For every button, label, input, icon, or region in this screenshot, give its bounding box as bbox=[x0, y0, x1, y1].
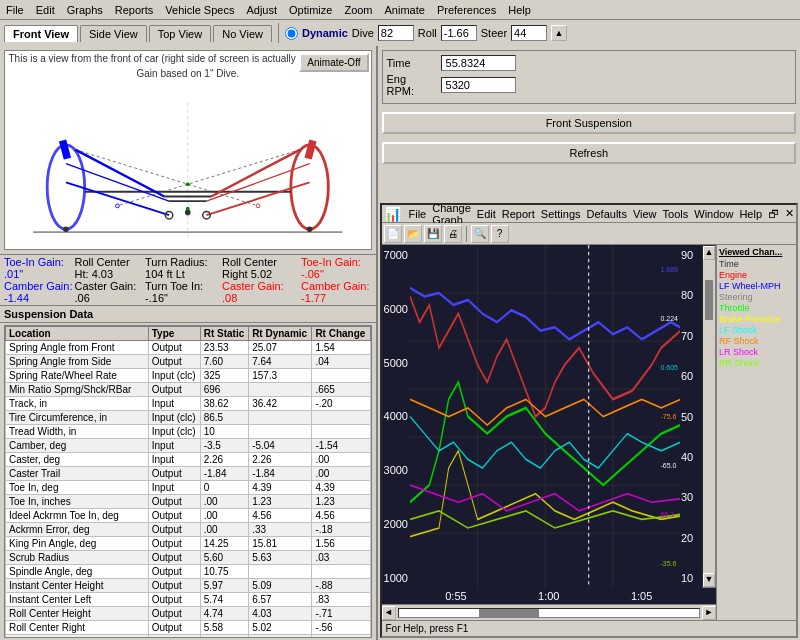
dynamic-radio[interactable] bbox=[285, 27, 298, 40]
h-scroll-track[interactable] bbox=[398, 608, 700, 618]
legend-item[interactable]: LF Shock bbox=[719, 325, 794, 335]
table-cell bbox=[312, 369, 370, 383]
scroll-right-btn[interactable]: ► bbox=[702, 606, 716, 620]
table-cell: Output bbox=[148, 467, 200, 481]
table-cell: .00 bbox=[200, 495, 248, 509]
col-rt-static: Rt Static bbox=[200, 327, 248, 341]
tab-front-view[interactable]: Front View bbox=[4, 25, 78, 42]
graph-menu-view[interactable]: View bbox=[633, 208, 657, 220]
legend-item[interactable]: Engine bbox=[719, 270, 794, 280]
legend-item[interactable]: LR Shock bbox=[719, 347, 794, 357]
menu-file[interactable]: File bbox=[0, 2, 30, 18]
menu-optimize[interactable]: Optimize bbox=[283, 2, 338, 18]
scroll-left-btn[interactable]: ◄ bbox=[382, 606, 396, 620]
legend-item[interactable]: Brake Pressure bbox=[719, 314, 794, 324]
table-cell: 5.58 bbox=[200, 621, 248, 635]
y-5000: 5000 bbox=[384, 357, 408, 369]
legend-item[interactable]: Steering bbox=[719, 292, 794, 302]
graph-restore-btn[interactable]: 🗗 bbox=[768, 208, 779, 220]
table-cell: 23.53 bbox=[200, 341, 248, 355]
tab-no-view[interactable]: No View bbox=[213, 25, 272, 42]
graph-menu-file[interactable]: File bbox=[409, 208, 427, 220]
graph-menu-report[interactable]: Report bbox=[502, 208, 535, 220]
car-diagram bbox=[5, 81, 371, 250]
menu-adjust[interactable]: Adjust bbox=[240, 2, 283, 18]
graph-menu-bar: 📊 File Change Graph Edit Report Settings… bbox=[382, 205, 796, 223]
toolbar-help[interactable]: ? bbox=[491, 225, 509, 243]
table-cell: Output bbox=[148, 635, 200, 639]
graph-menu-window[interactable]: Window bbox=[694, 208, 733, 220]
table-cell: -.20 bbox=[312, 397, 370, 411]
graph-close-btn[interactable]: ✕ bbox=[785, 207, 794, 220]
legend-item[interactable]: RF Shock bbox=[719, 336, 794, 346]
graph-menu-settings[interactable]: Settings bbox=[541, 208, 581, 220]
table-cell: Input bbox=[148, 481, 200, 495]
legend-item[interactable]: Throttle bbox=[719, 303, 794, 313]
table-row: Ideel Ackrmn Toe In, degOutput.004.564.5… bbox=[6, 509, 371, 523]
table-cell: Caster Trail bbox=[6, 467, 149, 481]
table-row: Toe In, degInput04.394.39 bbox=[6, 481, 371, 495]
graph-menu-defaults[interactable]: Defaults bbox=[587, 208, 627, 220]
table-cell: 2.26 bbox=[200, 453, 248, 467]
tab-top-view[interactable]: Top View bbox=[149, 25, 211, 42]
graph-menu-help[interactable]: Help bbox=[739, 208, 762, 220]
table-cell: .04 bbox=[312, 355, 370, 369]
table-row: Spring Angle from SideOutput7.607.64.04 bbox=[6, 355, 371, 369]
table-cell: .03 bbox=[312, 551, 370, 565]
table-cell: Instant Center Left bbox=[6, 593, 149, 607]
table-cell bbox=[312, 565, 370, 579]
menu-zoom[interactable]: Zoom bbox=[338, 2, 378, 18]
right-panel: Time 55.8324 Eng RPM: 5320 Front Suspens… bbox=[378, 46, 800, 640]
suspension-table[interactable]: Location Type Rt Static Rt Dynamic Rt Ch… bbox=[4, 325, 372, 638]
table-cell: Input bbox=[148, 439, 200, 453]
toolbar-print[interactable]: 🖨 bbox=[444, 225, 462, 243]
graph-panel: 📊 File Change Graph Edit Report Settings… bbox=[380, 203, 798, 638]
legend-item[interactable]: Time bbox=[719, 259, 794, 269]
graph-icon: 📊 bbox=[384, 206, 401, 222]
legend-item[interactable]: RR Shock bbox=[719, 358, 794, 368]
yr-80: 80 bbox=[681, 289, 701, 301]
graph-menu-tools[interactable]: Tools bbox=[663, 208, 689, 220]
toolbar-open[interactable]: 📂 bbox=[404, 225, 422, 243]
table-row: Tread Width, inInput (clc)10 bbox=[6, 425, 371, 439]
scroll-thumb[interactable] bbox=[705, 280, 713, 320]
legend-item[interactable]: LF Wheel-MPH bbox=[719, 281, 794, 291]
table-cell: -.71 bbox=[312, 607, 370, 621]
table-cell: 696 bbox=[200, 383, 248, 397]
menu-reports[interactable]: Reports bbox=[109, 2, 160, 18]
h-scroll-thumb[interactable] bbox=[479, 609, 539, 617]
toolbar-zoom-in[interactable]: 🔍 bbox=[471, 225, 489, 243]
scroll-up-btn[interactable]: ▲ bbox=[703, 246, 715, 260]
table-cell: 7.64 bbox=[249, 355, 312, 369]
graph-menu-change[interactable]: Change Graph bbox=[432, 202, 471, 226]
graph-scrollbar-v[interactable]: ▲ ▼ bbox=[702, 245, 716, 588]
table-cell: 4.56 bbox=[312, 509, 370, 523]
steer-label: Steer bbox=[481, 27, 507, 39]
menu-graphs[interactable]: Graphs bbox=[61, 2, 109, 18]
menu-animate[interactable]: Animate bbox=[379, 2, 431, 18]
menu-vehicle-specs[interactable]: Vehicle Specs bbox=[159, 2, 240, 18]
graph-legend: Viewed Chan... TimeEngineLF Wheel-MPHSte… bbox=[716, 245, 796, 620]
steer-spinner[interactable]: ▲ bbox=[551, 25, 567, 41]
graph-menu-edit[interactable]: Edit bbox=[477, 208, 496, 220]
toolbar-save[interactable]: 💾 bbox=[424, 225, 442, 243]
turn-toe-in: Turn Toe In: -.16" bbox=[145, 280, 222, 304]
left-panel: This is a view from the front of car (ri… bbox=[0, 46, 378, 640]
scroll-down-btn[interactable]: ▼ bbox=[703, 573, 715, 587]
animate-off-btn[interactable]: Animate-Off bbox=[299, 53, 368, 72]
refresh-button[interactable]: Refresh bbox=[382, 142, 796, 164]
yr-50: 50 bbox=[681, 411, 701, 423]
roll-input[interactable] bbox=[441, 25, 477, 41]
front-suspension-button[interactable]: Front Suspension bbox=[382, 112, 796, 134]
toolbar-new[interactable]: 📄 bbox=[384, 225, 402, 243]
menu-preferences[interactable]: Preferences bbox=[431, 2, 502, 18]
steer-input[interactable] bbox=[511, 25, 547, 41]
menu-edit[interactable]: Edit bbox=[30, 2, 61, 18]
table-cell: Toe In, deg bbox=[6, 481, 149, 495]
dive-input[interactable] bbox=[378, 25, 414, 41]
table-cell: .00 bbox=[312, 453, 370, 467]
svg-point-24 bbox=[63, 226, 69, 232]
x-105: 1:05 bbox=[595, 590, 688, 602]
menu-help[interactable]: Help bbox=[502, 2, 537, 18]
tab-side-view[interactable]: Side View bbox=[80, 25, 147, 42]
